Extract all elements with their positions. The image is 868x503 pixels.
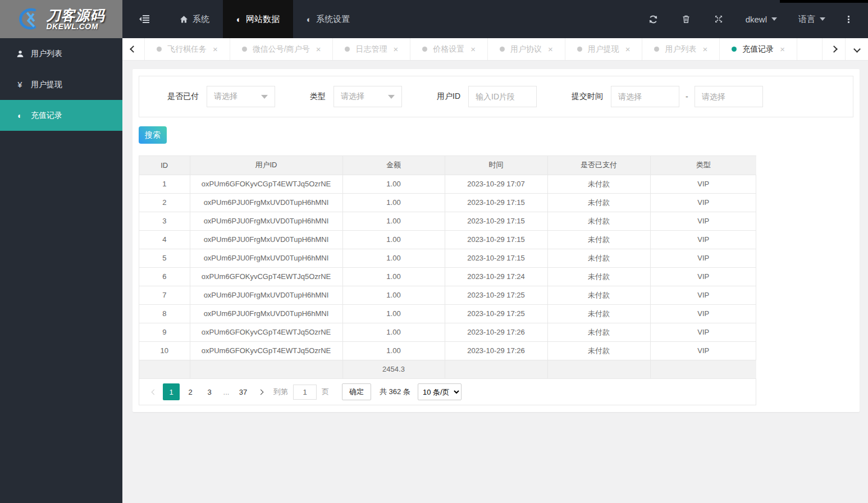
date-to-input[interactable]	[695, 86, 763, 107]
type-select[interactable]: 请选择	[334, 86, 402, 107]
tab-item[interactable]: 用户列表 ×	[642, 38, 720, 60]
cell-user-id: oxPUm6GFOKyvCGpT4EWTJq5OzrNE	[190, 175, 342, 193]
tab-dot-icon	[500, 47, 505, 52]
cell-type: VIP	[650, 249, 756, 267]
table-header-row: ID 用户ID 金额 时间 是否已支付 类型	[139, 156, 756, 175]
logo[interactable]: 刀客源码 DKEWL.COM	[0, 0, 122, 38]
user-id-input[interactable]	[468, 86, 537, 107]
tab-item[interactable]: 用户提现 ×	[565, 38, 643, 60]
caret-down-icon	[388, 95, 395, 99]
cell-type: VIP	[650, 341, 756, 360]
nav-item-label: 网站数据	[246, 14, 280, 25]
page-button[interactable]: 3	[201, 383, 218, 400]
cell-time: 2023-10-29 17:26	[445, 323, 547, 341]
tab-close-icon[interactable]: ×	[625, 44, 631, 54]
nav-item-website-data[interactable]: ◐ 网站数据	[223, 0, 293, 38]
cell-id: 7	[139, 286, 190, 304]
nav-item-system-settings[interactable]: ◐ 系统设置	[293, 0, 363, 38]
language-menu[interactable]: 语言	[788, 14, 836, 25]
more-menu-button[interactable]	[836, 16, 861, 23]
cell-type: VIP	[650, 212, 756, 230]
submit-time-filter-label: 提交时间	[572, 92, 603, 102]
cell-time: 2023-10-29 17:25	[445, 304, 547, 323]
cell-amount: 1.00	[342, 267, 445, 286]
cell-type: VIP	[650, 267, 756, 286]
cell-user-id: oxPUm6GFOKyvCGpT4EWTJq5OzrNE	[190, 323, 342, 341]
search-button[interactable]: 搜索	[139, 126, 167, 144]
col-header-id: ID	[139, 156, 190, 175]
tabs-scroll-right-button[interactable]	[822, 38, 845, 60]
tabs-menu-button[interactable]	[845, 38, 868, 60]
cell-amount: 1.00	[342, 175, 445, 193]
fullscreen-icon	[714, 15, 723, 24]
tab-dot-icon	[345, 47, 350, 52]
table-row[interactable]: 1 oxPUm6GFOKyvCGpT4EWTJq5OzrNE 1.00 2023…	[139, 175, 756, 193]
tab-close-icon[interactable]: ×	[316, 44, 321, 54]
fullscreen-button[interactable]	[702, 15, 735, 24]
date-from-input[interactable]	[611, 86, 679, 107]
table-row[interactable]: 2 oxPUm6PJU0FrgMxUVD0TupH6hMNI 1.00 2023…	[139, 193, 756, 212]
table-row[interactable]: 6 oxPUm6GFOKyvCGpT4EWTJq5OzrNE 1.00 2023…	[139, 267, 756, 286]
cell-id: 9	[139, 323, 190, 341]
table-row[interactable]: 10 oxPUm6GFOKyvCGpT4EWTJq5OzrNE 1.00 202…	[139, 341, 756, 360]
table-row[interactable]: 3 oxPUm6PJU0FrgMxUVD0TupH6hMNI 1.00 2023…	[139, 212, 756, 230]
tab-item[interactable]: 用户协议 ×	[488, 38, 565, 60]
page-button[interactable]: 1	[163, 383, 180, 400]
cell-amount: 1.00	[342, 193, 445, 212]
cell-time: 2023-10-29 17:25	[445, 286, 547, 304]
tab-item[interactable]: 日志管理 ×	[333, 38, 410, 60]
paid-status-select[interactable]: 请选择	[207, 86, 275, 107]
user-menu[interactable]: dkewl	[735, 15, 788, 24]
cell-amount: 1.00	[342, 323, 445, 341]
cell-id: 6	[139, 267, 190, 286]
page-button[interactable]: ...	[220, 383, 232, 400]
tab-close-icon[interactable]: ×	[470, 44, 476, 54]
nav-item-system[interactable]: 系统	[166, 0, 223, 38]
prev-page-button[interactable]	[146, 384, 162, 400]
col-header-amount: 金额	[342, 156, 445, 175]
cell-amount: 1.00	[342, 212, 445, 230]
goto-page-input[interactable]	[293, 385, 317, 400]
next-page-button[interactable]	[253, 384, 268, 400]
logo-subtitle: DKEWL.COM	[47, 22, 105, 31]
page-size-select[interactable]: 10 条/页	[418, 383, 462, 400]
sidebar-item-user-withdraw[interactable]: ¥ 用户提现	[0, 69, 122, 100]
filter-bar: 是否已付 请选择 类型 请选择 用户ID	[139, 76, 853, 117]
cell-amount: 1.00	[342, 286, 445, 304]
tab-dot-icon	[422, 47, 427, 52]
tab-item[interactable]: 飞行棋任务 ×	[145, 38, 230, 60]
confirm-page-button[interactable]: 确定	[342, 383, 371, 400]
contrast-icon: ◐	[15, 112, 25, 120]
tab-close-icon[interactable]: ×	[780, 44, 785, 54]
user-icon	[16, 50, 24, 58]
cell-time: 2023-10-29 17:15	[445, 230, 547, 249]
summary-row: 2454.3	[139, 360, 756, 378]
tab-close-icon[interactable]: ×	[393, 44, 398, 54]
tab-item[interactable]: 充值记录 ×	[720, 38, 797, 60]
table-row[interactable]: 7 oxPUm6PJU0FrgMxUVD0TupH6hMNI 1.00 2023…	[139, 286, 756, 304]
cell-id: 3	[139, 212, 190, 230]
clear-cache-button[interactable]	[670, 15, 702, 24]
tab-item[interactable]: 价格设置 ×	[410, 38, 488, 60]
table-row[interactable]: 5 oxPUm6PJU0FrgMxUVD0TupH6hMNI 1.00 2023…	[139, 249, 756, 267]
page-button[interactable]: 2	[182, 383, 199, 400]
tab-item[interactable]: 微信公号/商户号 ×	[230, 38, 334, 60]
tabs-scroll-left-button[interactable]	[122, 38, 145, 60]
col-header-paid-status: 是否已支付	[547, 156, 650, 175]
table-row[interactable]: 9 oxPUm6GFOKyvCGpT4EWTJq5OzrNE 1.00 2023…	[139, 323, 756, 341]
tab-close-icon[interactable]: ×	[548, 44, 553, 54]
page-button[interactable]: 37	[235, 383, 252, 400]
refresh-button[interactable]	[637, 15, 670, 24]
chevron-left-icon	[151, 389, 157, 395]
tab-close-icon[interactable]: ×	[213, 44, 218, 54]
cell-user-id: oxPUm6GFOKyvCGpT4EWTJq5OzrNE	[190, 341, 342, 360]
cell-type: VIP	[650, 230, 756, 249]
cell-amount: 1.00	[342, 249, 445, 267]
cell-id: 8	[139, 304, 190, 323]
sidebar-item-user-list[interactable]: 用户列表	[0, 38, 122, 69]
tab-close-icon[interactable]: ×	[702, 44, 707, 54]
sidebar-collapse-button[interactable]	[122, 0, 166, 38]
sidebar-item-recharge-records[interactable]: ◐ 充值记录	[0, 100, 122, 131]
table-row[interactable]: 8 oxPUm6PJU0FrgMxUVD0TupH6hMNI 1.00 2023…	[139, 304, 756, 323]
table-row[interactable]: 4 oxPUm6PJU0FrgMxUVD0TupH6hMNI 1.00 2023…	[139, 230, 756, 249]
